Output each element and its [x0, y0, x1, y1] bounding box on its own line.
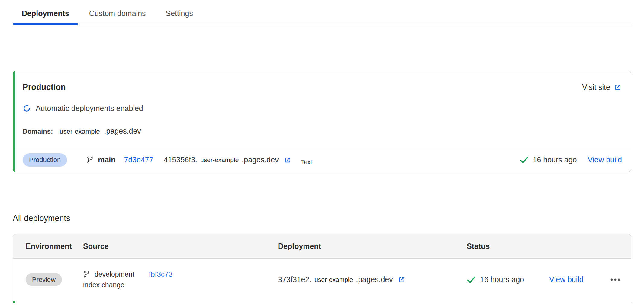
auto-deployments-status: Automatic deployments enabled	[23, 104, 622, 113]
tab-settings[interactable]: Settings	[157, 7, 202, 24]
deployment-url-link[interactable]: 373f31e2. user-example .pages.dev	[278, 275, 467, 284]
table-row: Preview	[13, 259, 631, 301]
check-icon	[520, 155, 529, 164]
external-link-icon	[284, 156, 291, 164]
deployment-time: 16 hours ago	[533, 155, 577, 164]
domains-row: Domains: user-example .pages.dev	[23, 127, 622, 135]
production-card: Production Visit site	[13, 71, 631, 172]
table-header-row: Environment Source Deployment Status	[13, 234, 631, 259]
source-branch: main	[86, 155, 115, 164]
status-cell: 16 hours ago View build	[467, 275, 631, 284]
deployment-status: 16 hours ago	[467, 275, 524, 284]
source-cell: development fbf3c73 index change	[83, 270, 278, 289]
deployment-url-link[interactable]: 415356f3. user-example .pages.dev	[164, 155, 291, 164]
column-header-status: Status	[467, 242, 631, 251]
deployments-page: Deployments Custom domains Settings Prod…	[0, 7, 644, 303]
branch-name: development	[95, 270, 134, 278]
deployment-status: 16 hours ago	[520, 155, 577, 164]
column-header-environment: Environment	[26, 242, 83, 251]
branch-name: main	[98, 155, 115, 164]
refresh-icon	[23, 104, 31, 112]
all-deployments-heading: All deployments	[13, 214, 631, 223]
git-branch-icon	[83, 271, 90, 278]
domain-name: user-example	[60, 128, 100, 135]
deployment-id: 415356f3.	[164, 155, 197, 164]
production-accent-strip	[13, 301, 15, 303]
external-link-icon	[398, 276, 406, 284]
deployment-cell: 373f31e2. user-example .pages.dev	[278, 275, 467, 284]
environment-badge: Production	[23, 153, 67, 167]
deployments-table: Environment Source Deployment Status Pre…	[13, 234, 631, 303]
tab-custom-domains[interactable]: Custom domains	[80, 7, 155, 24]
deployment-domain: user-example	[314, 276, 353, 283]
source-line: development fbf3c73	[83, 270, 278, 278]
view-build-link[interactable]: View build	[549, 275, 584, 284]
deployment-domain: user-example	[200, 156, 239, 164]
deployment-id: 373f31e2.	[278, 275, 311, 284]
production-deployment-row: Production main	[15, 148, 631, 172]
git-branch-icon	[86, 156, 94, 164]
deployment-suffix: .pages.dev	[356, 275, 393, 284]
auto-deployments-text: Automatic deployments enabled	[36, 104, 143, 113]
domain-suffix: .pages.dev	[104, 127, 141, 135]
environment-badge: Preview	[26, 273, 62, 286]
external-link-icon	[614, 83, 622, 91]
production-card-header: Production Visit site	[23, 83, 622, 92]
commit-message-note: Text	[301, 159, 312, 166]
production-title: Production	[23, 83, 66, 92]
visit-site-link[interactable]: Visit site	[582, 83, 622, 92]
check-icon	[467, 275, 476, 284]
row-menu-button[interactable]	[609, 275, 622, 284]
column-header-source: Source	[83, 242, 278, 251]
commit-hash-link[interactable]: fbf3c73	[149, 270, 173, 278]
domains-label: Domains:	[23, 128, 53, 135]
production-card-body: Production Visit site	[15, 71, 631, 172]
next-row-cutoff	[13, 301, 631, 303]
view-build-link[interactable]: View build	[588, 155, 622, 164]
environment-cell: Preview	[26, 276, 83, 284]
commit-message: index change	[83, 281, 278, 289]
commit-hash-link[interactable]: 7d3e477	[124, 155, 153, 164]
tab-bar: Deployments Custom domains Settings	[13, 7, 631, 24]
deployment-time: 16 hours ago	[480, 275, 524, 284]
visit-site-label: Visit site	[582, 83, 610, 92]
deployment-suffix: .pages.dev	[242, 155, 279, 164]
tab-deployments[interactable]: Deployments	[13, 7, 78, 24]
column-header-deployment: Deployment	[278, 242, 467, 251]
